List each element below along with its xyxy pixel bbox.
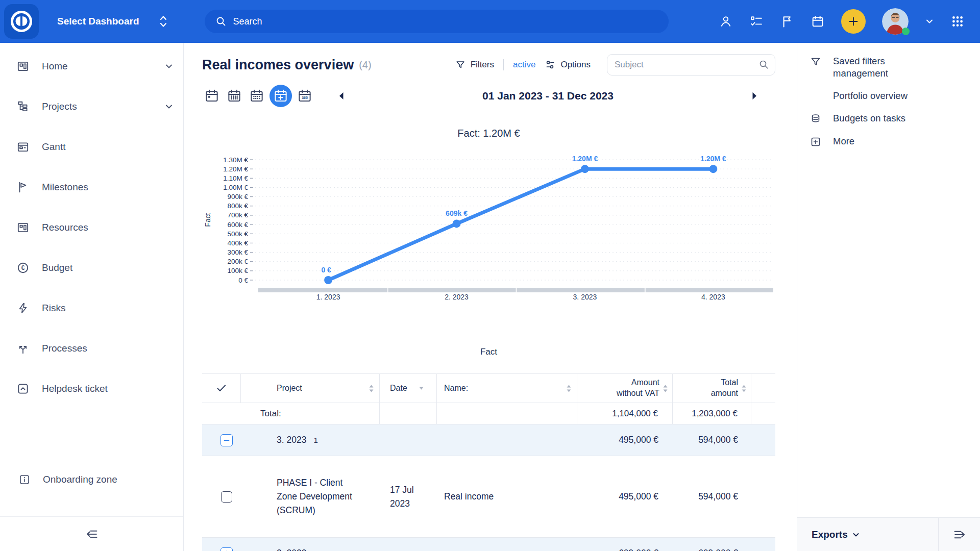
sidebar-item-helpdesk-ticket[interactable]: Helpdesk ticket <box>0 368 183 409</box>
collapse-sidebar-button[interactable] <box>0 516 183 551</box>
group-row-q3-2023[interactable]: 3. 2023 1 495,000 € 594,000 € <box>202 424 775 456</box>
column-label: Name: <box>444 384 468 393</box>
search-icon[interactable] <box>758 59 770 73</box>
collapse-right-icon <box>952 527 967 542</box>
app-logo[interactable] <box>0 0 43 43</box>
svg-text:800k €: 800k € <box>227 202 248 210</box>
column-header-project[interactable]: Project <box>241 374 380 403</box>
add-new-button[interactable] <box>841 9 866 34</box>
options-button[interactable]: Options <box>545 59 591 70</box>
sidebar-item-home[interactable]: Home <box>0 46 183 86</box>
scale-quarter-button-selected[interactable] <box>270 85 292 107</box>
total-amount: 1,203,000 € <box>673 403 751 424</box>
svg-text:1.00M €: 1.00M € <box>223 184 248 191</box>
group-total-amount: 594,000 € <box>673 435 751 445</box>
sidebar-item-label: Projects <box>42 101 77 112</box>
right-sidebar: Saved filters management Portfolio overv… <box>797 43 980 551</box>
expand-group-button[interactable] <box>220 547 233 551</box>
user-icon[interactable] <box>719 14 733 29</box>
funnel-icon <box>810 56 823 68</box>
chevron-down-icon[interactable] <box>165 62 173 70</box>
easy-logo-icon <box>10 10 33 33</box>
tasks-checklist-icon[interactable] <box>749 14 764 29</box>
profile-chevron-down-icon[interactable] <box>925 17 934 26</box>
filter-dropdown-icon[interactable] <box>419 386 424 390</box>
svg-text:400k €: 400k € <box>227 239 248 247</box>
filters-button[interactable]: Filters <box>455 59 494 70</box>
group-row-q2-2023[interactable]: 2. 2023 3 609,000 € 609,000 € <box>202 538 775 551</box>
minus-icon <box>223 437 230 444</box>
sidebar-item-resources[interactable]: Resources <box>0 207 183 247</box>
calendar-icon[interactable] <box>811 14 825 29</box>
sort-icon[interactable] <box>741 384 747 393</box>
column-label: Date <box>390 384 407 393</box>
global-search-input[interactable]: Search <box>205 10 669 33</box>
budgets-on-tasks[interactable]: Budgets on tasks <box>810 107 971 130</box>
chevron-down-icon[interactable] <box>165 103 173 111</box>
table-row-real-income[interactable]: PHASE I - Client Zone Development (SCRUM… <box>202 456 775 538</box>
next-period-button[interactable] <box>748 88 761 104</box>
scale-year-button[interactable]: 365 <box>295 86 314 106</box>
sidebar-item-budget[interactable]: € Budget <box>0 247 183 288</box>
column-header-amount-without-vat[interactable]: Amount without VAT <box>577 374 673 403</box>
fact-line-chart[interactable]: 0 €100k €200k €300k €400k €500k €600k €7… <box>202 150 775 303</box>
svg-text:3. 2023: 3. 2023 <box>573 293 597 301</box>
funnel-icon <box>455 59 466 70</box>
avatar[interactable] <box>882 8 909 35</box>
scale-day-button[interactable] <box>202 86 222 106</box>
column-label: Total amount <box>697 378 738 399</box>
column-header-name[interactable]: Name: <box>437 374 577 403</box>
portfolio-overview[interactable]: Portfolio overview <box>810 85 971 107</box>
sidebar-item-processes[interactable]: Processes <box>0 328 183 368</box>
info-square-icon <box>18 473 31 486</box>
chart-legend: Fact <box>202 347 775 360</box>
r-item-label: Saved filters management <box>833 55 935 80</box>
svg-text:365: 365 <box>302 96 308 99</box>
collapse-group-button[interactable] <box>220 434 233 446</box>
filters-active-link[interactable]: active <box>513 60 535 70</box>
column-header-date[interactable]: Date <box>380 374 437 403</box>
column-label: Amount without VAT <box>603 378 659 399</box>
filters-label: Filters <box>471 60 494 70</box>
sidebar-item-milestones[interactable]: Milestones <box>0 167 183 207</box>
sort-icon[interactable] <box>663 384 668 393</box>
saved-filters-management[interactable]: Saved filters management <box>810 50 971 85</box>
column-header-total-amount[interactable]: Total amount <box>673 374 751 403</box>
expand-panel-button[interactable] <box>938 518 980 551</box>
page-count: (4) <box>359 59 371 71</box>
select-all-checkmark[interactable] <box>202 374 241 403</box>
row-checkbox[interactable] <box>221 491 232 503</box>
sidebar-item-label: Milestones <box>42 182 88 193</box>
options-label: Options <box>560 60 591 70</box>
plus-icon <box>847 15 860 28</box>
svg-text:2. 2023: 2. 2023 <box>445 293 469 301</box>
scale-week-button[interactable] <box>225 86 244 106</box>
sidebar-item-risks[interactable]: Risks <box>0 288 183 328</box>
sort-icon[interactable] <box>566 384 572 393</box>
cell-project[interactable]: PHASE I - Client Zone Development (SCRUM… <box>277 476 353 517</box>
date-range-label: 01 Jan 2023 - 31 Dec 2023 <box>348 90 748 102</box>
empty-cell <box>437 403 577 424</box>
sidebar-item-onboarding-zone[interactable]: Onboarding zone <box>0 467 183 492</box>
sort-icon[interactable] <box>369 384 374 393</box>
exports-button[interactable]: Exports <box>797 518 938 551</box>
subject-search-input[interactable] <box>607 54 775 76</box>
dashboard-selector[interactable]: Select Dashboard <box>57 15 168 28</box>
exports-label: Exports <box>812 529 848 540</box>
cell-name[interactable]: Real income <box>444 491 494 502</box>
column-label: Project <box>277 384 302 393</box>
svg-text:1.20M €: 1.20M € <box>223 165 248 173</box>
prev-period-button[interactable] <box>335 88 348 104</box>
page-header: Real incomes overview (4) Filters active… <box>202 53 775 77</box>
more-widgets[interactable]: More <box>810 130 971 153</box>
table-header-row: Project Date Name: Amount without VAT <box>202 373 775 403</box>
svg-text:1.10M €: 1.10M € <box>223 174 248 182</box>
sidebar-item-projects[interactable]: Projects <box>0 86 183 127</box>
apps-grid-icon[interactable] <box>950 14 965 29</box>
sidebar-item-gantt[interactable]: Gantt <box>0 127 183 167</box>
scale-month-button[interactable] <box>247 86 266 106</box>
sidebar-item-label: Processes <box>42 343 87 354</box>
flag-icon[interactable] <box>780 14 794 29</box>
r-item-label: Portfolio overview <box>833 90 908 102</box>
empty-cell <box>751 403 775 424</box>
